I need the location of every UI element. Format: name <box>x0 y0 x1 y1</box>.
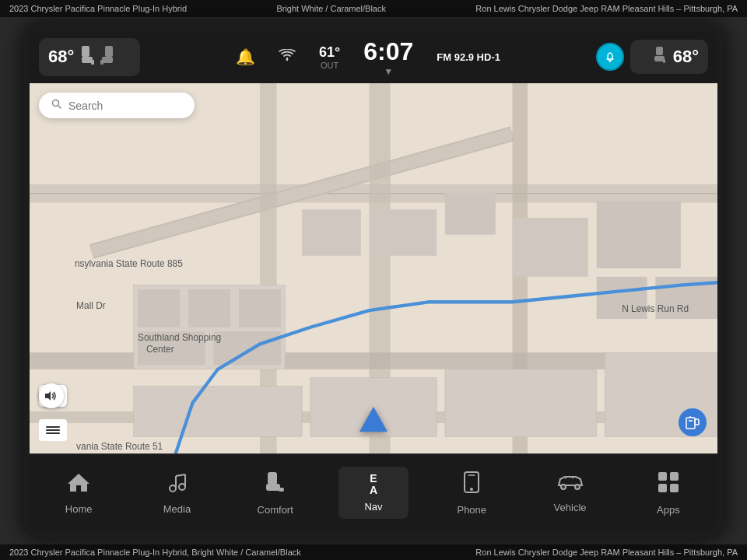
map-menu-button[interactable] <box>39 419 67 441</box>
infotainment-wrapper: 68° <box>0 17 747 544</box>
apps-icon <box>657 471 680 499</box>
home-icon <box>66 471 91 499</box>
temp-left-value: 68° <box>48 47 74 67</box>
nav-compass-icon: E A <box>370 473 377 497</box>
svg-rect-28 <box>213 331 281 365</box>
svg-text:N Lewis Run Rd: N Lewis Run Rd <box>622 303 689 314</box>
clock-arrow: ▼ <box>384 66 393 77</box>
svg-rect-31 <box>445 193 496 235</box>
svg-rect-62 <box>268 472 277 485</box>
svg-rect-24 <box>138 289 180 327</box>
svg-text:Southland Shopping: Southland Shopping <box>138 332 221 343</box>
gas-station-button[interactable] <box>679 408 707 436</box>
svg-rect-64 <box>279 488 284 492</box>
bezel: 68° <box>23 24 724 537</box>
svg-rect-32 <box>513 218 588 277</box>
nav-home-label: Home <box>65 503 93 515</box>
svg-rect-12 <box>663 59 665 63</box>
bottom-info-bar: 2023 Chrysler Pacifica Pinnacle Plug-In … <box>0 544 747 560</box>
nav-item-nav[interactable]: E A Nav <box>338 467 409 520</box>
svg-text:nsylvania State Route 885: nsylvania State Route 885 <box>75 258 183 269</box>
svg-rect-2 <box>91 60 94 65</box>
svg-line-47 <box>58 106 61 109</box>
svg-text:Mall Dr: Mall Dr <box>76 300 106 311</box>
svg-rect-72 <box>658 472 667 481</box>
svg-rect-25 <box>188 289 230 327</box>
outside-temp: 61° OUT <box>319 44 340 70</box>
screen: 68° <box>30 30 717 531</box>
svg-point-69 <box>562 485 565 488</box>
svg-rect-29 <box>302 209 361 256</box>
svg-marker-56 <box>68 474 89 492</box>
svg-text:vania State Route 51: vania State Route 51 <box>76 441 163 452</box>
wifi-icon <box>279 49 296 65</box>
nav-vehicle-label: Vehicle <box>554 502 587 513</box>
svg-rect-38 <box>445 369 597 437</box>
temp-left-group: 68° <box>39 38 140 76</box>
svg-rect-5 <box>100 60 103 65</box>
svg-rect-63 <box>266 484 280 491</box>
outside-degrees: 61° <box>319 44 340 61</box>
nav-phone-label: Phone <box>457 504 486 516</box>
nav-apps-label: Apps <box>657 504 680 516</box>
status-bar: 68° <box>30 30 717 83</box>
phone-icon <box>461 471 482 499</box>
bottom-vehicle-info: 2023 Chrysler Pacifica Pinnacle Plug-In … <box>9 548 301 557</box>
seat-icons-group <box>80 44 114 70</box>
map-volume-button[interactable] <box>39 383 64 408</box>
radio-info[interactable]: FM 92.9 HD-1 <box>437 51 500 63</box>
svg-point-71 <box>576 485 579 488</box>
seat-icon-left <box>80 44 96 70</box>
seat-icon-right <box>99 44 114 70</box>
comfort-icon <box>263 471 288 499</box>
svg-line-61 <box>176 474 185 476</box>
bell-icon[interactable]: 🔔 <box>236 47 255 66</box>
nav-comfort-label: Comfort <box>258 504 293 516</box>
nav-arrow <box>359 407 388 432</box>
svg-rect-4 <box>102 57 113 63</box>
bottom-nav: Home Media <box>30 453 717 531</box>
svg-point-67 <box>470 488 473 491</box>
svg-text:Center: Center <box>146 344 174 355</box>
svg-rect-75 <box>670 484 679 492</box>
radio-band: FM 92.9 HD-1 <box>437 51 500 63</box>
status-center: 🔔 61° OU <box>146 37 590 77</box>
alexa-button[interactable] <box>596 43 624 71</box>
seat-icon-passenger <box>653 46 667 68</box>
nav-item-media[interactable]: Media <box>142 465 212 521</box>
dealer-info: Ron Lewis Chrysler Dodge Jeep RAM Pleasa… <box>475 4 738 13</box>
nav-media-label: Media <box>163 503 191 515</box>
media-icon <box>166 471 188 499</box>
map-svg: nsylvania State Route 885 Mall Dr N Lewi… <box>30 83 717 453</box>
nav-item-phone[interactable]: Phone <box>437 464 507 522</box>
nav-item-home[interactable]: Home <box>44 465 114 521</box>
outside-label: OUT <box>319 61 340 70</box>
svg-rect-10 <box>656 47 663 55</box>
svg-rect-30 <box>370 209 437 256</box>
vehicle-title: 2023 Chrysler Pacifica Pinnacle Plug-In … <box>9 4 187 13</box>
svg-marker-48 <box>45 391 51 401</box>
svg-rect-26 <box>239 289 281 327</box>
vehicle-color: Bright White / Caramel/Black <box>276 4 386 13</box>
search-bar[interactable] <box>39 93 195 118</box>
clock-time: 6:07 <box>363 37 413 66</box>
svg-point-57 <box>170 485 176 492</box>
temp-right-value: 68° <box>673 47 699 67</box>
svg-rect-73 <box>670 472 679 481</box>
svg-rect-3 <box>105 46 113 57</box>
svg-rect-33 <box>597 201 681 268</box>
nav-item-apps[interactable]: Apps <box>633 464 703 522</box>
nav-item-vehicle[interactable]: Vehicle <box>535 466 605 520</box>
svg-rect-54 <box>695 419 699 425</box>
svg-rect-74 <box>658 484 667 492</box>
nav-item-comfort[interactable]: Comfort <box>240 464 310 522</box>
search-input[interactable] <box>68 100 182 112</box>
bottom-dealer-info: Ron Lewis Chrysler Dodge Jeep RAM Pleasa… <box>475 548 738 557</box>
svg-rect-0 <box>82 46 89 57</box>
svg-rect-36 <box>134 386 302 436</box>
top-info-bar: 2023 Chrysler Pacifica Pinnacle Plug-In … <box>0 0 747 17</box>
search-icon <box>51 99 62 112</box>
svg-point-58 <box>179 484 185 490</box>
clock-display: 6:07 ▼ <box>363 37 413 77</box>
svg-rect-1 <box>82 57 93 63</box>
